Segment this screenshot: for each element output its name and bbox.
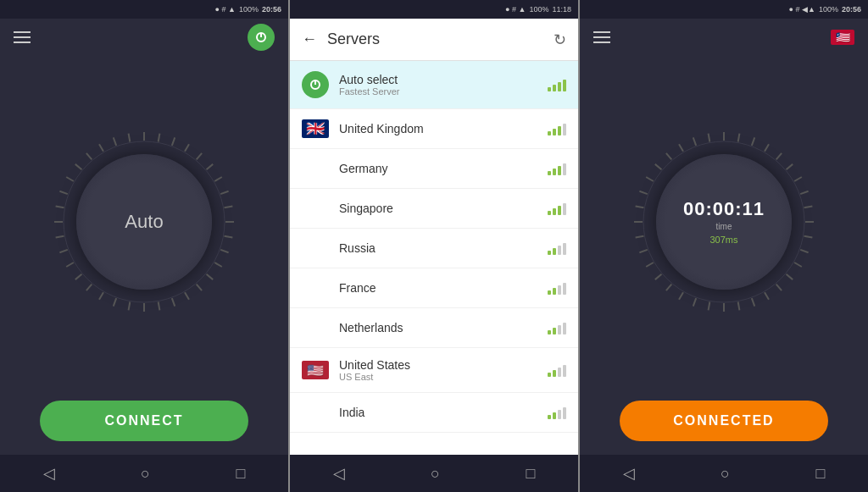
svg-point-38 — [64, 141, 225, 302]
svg-line-27 — [59, 249, 67, 252]
back-icon[interactable]: ← — [302, 30, 317, 48]
flag-ru — [302, 239, 329, 257]
svg-line-75 — [693, 137, 696, 145]
flag-in — [302, 403, 329, 422]
bar3 — [558, 246, 561, 255]
recent-nav-2[interactable]: □ — [526, 465, 535, 483]
svg-line-7 — [207, 163, 214, 169]
signal-auto — [548, 78, 566, 91]
svg-line-66 — [639, 249, 647, 252]
server-item-us[interactable]: 🇺🇸 United States US East — [290, 348, 578, 393]
dial-ring-outer-1: Auto — [51, 129, 237, 315]
home-nav-1[interactable]: ○ — [141, 465, 150, 483]
auto-select-icon — [302, 71, 329, 98]
screens-container: ● # ▲ 100% 20:56 — [0, 0, 868, 492]
svg-line-15 — [207, 274, 214, 279]
flag-fr — [302, 279, 329, 297]
server-item-ru[interactable]: Russia — [290, 229, 578, 268]
signal-nl — [548, 321, 566, 334]
bar3 — [558, 410, 561, 419]
flag-uk: 🇬🇧 — [302, 119, 329, 138]
bar1 — [548, 415, 551, 419]
server-item-info-sg: Singapore — [339, 202, 537, 215]
server-item-nl[interactable]: Netherlands — [290, 308, 578, 348]
menu-icon[interactable] — [14, 31, 31, 43]
svg-line-76 — [709, 133, 710, 141]
svg-line-10 — [225, 206, 233, 207]
home-nav-3[interactable]: ○ — [721, 465, 730, 483]
refresh-icon[interactable]: ↻ — [554, 30, 566, 49]
svg-line-28 — [56, 235, 64, 237]
svg-line-4 — [172, 137, 175, 145]
svg-line-23 — [99, 292, 103, 300]
connect-button[interactable]: CONNECT — [40, 401, 248, 441]
server-item-info-us: United States US East — [339, 358, 537, 382]
time-2: 11:18 — [552, 5, 571, 14]
phone-screen-1: ● # ▲ 100% 20:56 — [0, 0, 288, 492]
server-item-info-uk: United Kingdom — [339, 122, 537, 135]
server-item-info-ru: Russia — [339, 241, 537, 255]
svg-line-43 — [752, 137, 754, 145]
svg-line-70 — [639, 191, 647, 193]
svg-line-32 — [66, 177, 74, 181]
battery-3: 100% — [819, 5, 838, 14]
bar4 — [563, 124, 566, 135]
bar4 — [563, 365, 566, 377]
power-icon — [254, 30, 268, 44]
svg-line-17 — [185, 292, 189, 300]
server-item-in[interactable]: India — [290, 393, 578, 433]
power-icon-small — [309, 78, 322, 91]
recent-nav-3[interactable]: □ — [815, 465, 825, 483]
server-item-sg[interactable]: Singapore — [290, 189, 578, 229]
server-name-auto: Auto select — [339, 73, 537, 86]
status-bar-3: ● # ◀▲ 100% 20:56 — [580, 0, 868, 19]
svg-line-47 — [794, 177, 802, 181]
menu-icon-3[interactable] — [593, 31, 610, 43]
status-icons-2: ● # ▲ — [505, 5, 526, 14]
svg-line-6 — [197, 152, 202, 159]
dial-ring-outer-3: 00:00:11 time 307ms — [631, 129, 817, 315]
back-nav-1[interactable]: ◁ — [43, 464, 55, 483]
back-nav-3[interactable]: ◁ — [623, 464, 635, 483]
server-sub-auto: Fastest Server — [339, 86, 537, 97]
server-name-fr: France — [339, 281, 537, 295]
bar1 — [548, 330, 551, 334]
server-item-info-auto: Auto select Fastest Server — [339, 73, 537, 97]
home-nav-2[interactable]: ○ — [431, 465, 440, 483]
bar3 — [558, 325, 561, 334]
bar3 — [558, 285, 561, 295]
server-list-title: Servers — [327, 30, 543, 48]
server-item-uk[interactable]: 🇬🇧 United Kingdom — [290, 109, 578, 149]
bar3 — [558, 166, 561, 175]
svg-line-8 — [214, 177, 222, 181]
bar4 — [563, 203, 566, 215]
svg-line-9 — [220, 191, 228, 193]
recent-nav-1[interactable]: □ — [236, 465, 245, 483]
svg-line-53 — [794, 263, 802, 267]
server-item-info-de: Germany — [339, 162, 537, 175]
power-button[interactable] — [248, 24, 275, 51]
server-item-fr[interactable]: France — [290, 268, 578, 308]
svg-line-13 — [220, 249, 228, 252]
svg-line-35 — [99, 144, 103, 152]
server-name-uk: United Kingdom — [339, 122, 537, 135]
svg-line-22 — [114, 298, 116, 306]
svg-line-12 — [225, 235, 233, 237]
battery-1: 100% — [239, 5, 259, 14]
svg-line-26 — [66, 263, 74, 267]
svg-line-60 — [709, 301, 710, 310]
server-item-info-in: India — [339, 406, 537, 419]
connect-btn-area: CONNECT — [0, 387, 288, 455]
signal-us — [548, 363, 566, 377]
server-top-bar: ← Servers ↻ — [290, 19, 578, 61]
back-nav-2[interactable]: ◁ — [333, 464, 345, 483]
server-item-info-nl: Netherlands — [339, 321, 537, 334]
server-item-de[interactable]: Germany — [290, 149, 578, 189]
connected-button[interactable]: CONNECTED — [620, 401, 828, 441]
bar2 — [553, 412, 556, 419]
server-item-info-fr: France — [339, 281, 537, 295]
server-name-sg: Singapore — [339, 202, 537, 215]
server-item-auto[interactable]: Auto select Fastest Server — [290, 61, 578, 109]
status-bar-2: ● # ▲ 100% 11:18 — [290, 0, 578, 19]
svg-line-54 — [787, 274, 793, 279]
